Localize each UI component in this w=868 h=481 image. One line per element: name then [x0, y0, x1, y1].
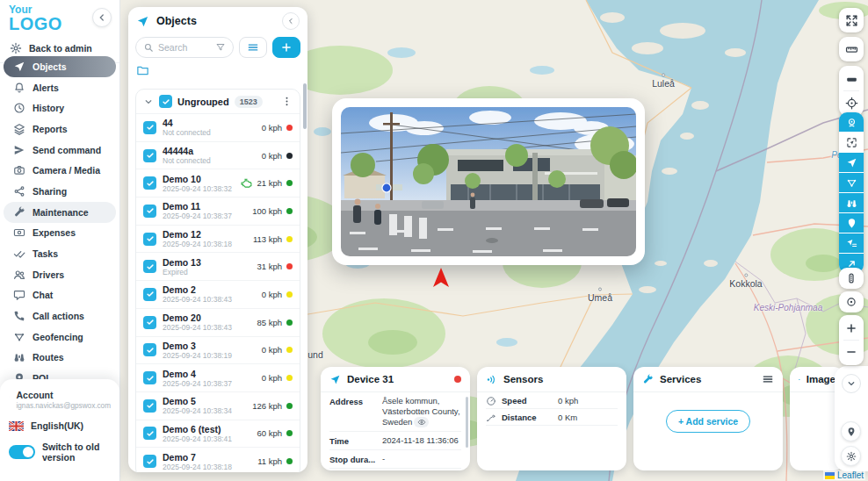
objects-scrollbar[interactable]: [303, 83, 307, 129]
settings-button[interactable]: [841, 446, 861, 466]
object-row[interactable]: Demo 12 2025-09-24 10:38:18 113 kph: [136, 225, 300, 253]
chevron-down-icon[interactable]: [143, 97, 154, 107]
sidebar-item[interactable]: Alerts: [4, 77, 116, 98]
object-checkbox[interactable]: [143, 288, 156, 301]
fullscreen-button[interactable]: [839, 8, 864, 32]
object-row[interactable]: Demo 4 2025-09-24 10:38:37 0 kph: [136, 363, 300, 391]
object-checkbox[interactable]: [143, 316, 156, 329]
object-checkbox[interactable]: [143, 176, 156, 190]
bottom-panel-collapse-button[interactable]: [842, 374, 861, 393]
device-info-row: Driver: [329, 469, 461, 470]
sidebar-item[interactable]: Maintenance: [4, 202, 116, 223]
objects-tool[interactable]: [839, 153, 864, 172]
sidebar-item-icon: [13, 289, 25, 301]
object-row[interactable]: Demo 10 2025-09-24 10:38:32 21 kph: [136, 169, 300, 197]
zoom-out-button[interactable]: [839, 341, 864, 363]
status-dot: [286, 319, 293, 326]
street-view-tool[interactable]: [839, 112, 864, 132]
object-row[interactable]: 44444a Not connected 0 kph: [136, 141, 300, 169]
object-checkbox[interactable]: [143, 121, 156, 134]
sidebar-item[interactable]: Send command: [4, 140, 116, 161]
search-box[interactable]: [135, 37, 234, 58]
sidebar-item-label: Geofencing: [33, 332, 83, 342]
object-checkbox[interactable]: [143, 371, 156, 384]
sidebar-item-label: Call actions: [33, 311, 84, 321]
group-checkbox[interactable]: [159, 95, 172, 108]
street-view-popup[interactable]: [332, 98, 645, 265]
object-speed: 0 kph: [262, 290, 282, 299]
object-row[interactable]: Demo 7 2025-09-24 10:38:18 11 kph: [136, 447, 300, 472]
sidebar-collapse-button[interactable]: [92, 8, 112, 27]
device-marker[interactable]: [432, 267, 450, 291]
object-row[interactable]: Demo 2 2025-09-24 10:38:43 0 kph: [136, 280, 300, 308]
eye-icon[interactable]: [414, 417, 429, 427]
sidebar-item[interactable]: Drivers: [4, 264, 116, 285]
locate-button[interactable]: [839, 91, 864, 114]
object-row[interactable]: Demo 20 2025-09-24 10:38:43 85 kph: [136, 308, 300, 336]
object-checkbox[interactable]: [143, 205, 156, 218]
object-row[interactable]: Demo 5 2025-09-24 10:38:34 126 kph: [136, 391, 300, 420]
object-checkbox[interactable]: [143, 233, 156, 246]
search-icon: [143, 42, 154, 53]
sidebar-item-label: Objects: [33, 61, 67, 72]
measure-button[interactable]: [839, 68, 864, 90]
status-dot: [286, 375, 293, 381]
object-row[interactable]: 44 Not connected 0 kph: [136, 113, 300, 141]
sidebar-item[interactable]: Chat: [4, 285, 116, 306]
sidebar-item-icon: [13, 248, 25, 260]
add-service-button[interactable]: + Add service: [666, 410, 750, 433]
device-panel-scrollbar[interactable]: [466, 397, 469, 448]
object-row[interactable]: Demo 6 (test) 2025-09-24 10:38:41 60 kph: [136, 420, 300, 448]
object-checkbox[interactable]: [143, 260, 156, 273]
objects-panel-collapse-button[interactable]: [282, 12, 300, 30]
object-checkbox[interactable]: [143, 455, 156, 468]
sidebar-item[interactable]: Camera / Media: [4, 160, 116, 181]
routes-tool[interactable]: [839, 193, 864, 212]
sidebar-item[interactable]: Expenses: [4, 223, 116, 244]
search-input[interactable]: [158, 42, 211, 53]
sidebar-item[interactable]: Tasks: [4, 243, 116, 264]
filter-funnel-icon[interactable]: [215, 42, 226, 53]
zoom-in-button[interactable]: [839, 317, 864, 340]
object-checkbox[interactable]: [143, 427, 156, 440]
object-name: Demo 2: [163, 284, 256, 295]
services-menu-icon[interactable]: [762, 373, 774, 385]
traffic-button[interactable]: [839, 268, 864, 289]
object-name: Demo 20: [163, 312, 250, 323]
add-object-button[interactable]: [272, 37, 300, 58]
poi-tool[interactable]: [839, 213, 864, 233]
sidebar-item[interactable]: Sharing: [4, 181, 116, 202]
object-checkbox[interactable]: [143, 149, 156, 162]
sidebar-item[interactable]: Objects: [4, 56, 116, 77]
account-item[interactable]: Account ignas.navickas@gpswox.com: [9, 386, 111, 413]
object-checkbox[interactable]: [143, 399, 156, 413]
sensor-row: Speed 0 kph: [486, 392, 618, 409]
object-status: Not connected: [163, 128, 256, 137]
folder-icon[interactable]: [136, 64, 149, 77]
follow-object-tool[interactable]: [839, 133, 864, 152]
language-item[interactable]: English(UK): [9, 413, 111, 434]
sidebar-item[interactable]: Call actions: [4, 305, 116, 327]
group-menu-icon[interactable]: [281, 96, 293, 107]
object-checkbox[interactable]: [143, 343, 156, 356]
object-speed: 0 kph: [262, 151, 282, 161]
object-row[interactable]: Demo 3 2025-09-24 10:38:19 0 kph: [136, 336, 300, 364]
attribution-text[interactable]: Leaflet: [837, 470, 864, 480]
sidebar-item[interactable]: Reports: [4, 118, 116, 140]
list-view-button[interactable]: [239, 37, 267, 58]
object-list-tool[interactable]: [839, 233, 864, 253]
pin-panel-button[interactable]: [841, 421, 861, 442]
object-row[interactable]: Demo 13 Expired 31 kph: [136, 252, 300, 280]
sidebar-item[interactable]: History: [4, 97, 116, 118]
device-panel: Device 31 Address Åsele kommun, Västerbo…: [321, 367, 470, 470]
object-name: Demo 12: [163, 229, 247, 240]
object-row[interactable]: Demo 11 2025-09-24 10:38:37 100 kph: [136, 197, 300, 225]
object-speed: 0 kph: [262, 345, 282, 355]
sidebar-item[interactable]: Geofencing: [4, 327, 116, 348]
geofencing-tool[interactable]: [839, 173, 864, 192]
street-view-photo[interactable]: [341, 107, 636, 256]
ruler-button[interactable]: [839, 37, 864, 61]
old-version-toggle[interactable]: [9, 445, 35, 459]
center-target-button[interactable]: [839, 291, 864, 312]
sidebar-item[interactable]: Routes: [4, 348, 116, 369]
